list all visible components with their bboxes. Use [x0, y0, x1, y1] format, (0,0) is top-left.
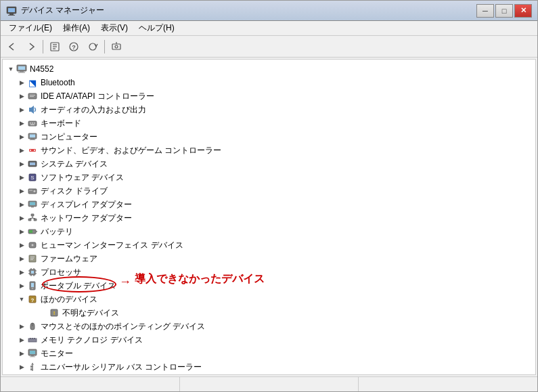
tree-item-other[interactable]: ? ほかのデバイス — [3, 292, 535, 306]
memory-label: メモリ テクノロジ デバイス — [41, 334, 143, 346]
expand-computer[interactable] — [16, 131, 27, 142]
expand-usb[interactable] — [16, 362, 27, 372]
expand-sound[interactable] — [16, 145, 27, 156]
sound-icon — [27, 145, 38, 156]
svg-rect-69 — [31, 283, 34, 287]
expand-other[interactable] — [16, 294, 27, 305]
tree-item-software[interactable]: S ソフトウェア デバイス — [3, 171, 535, 184]
tree-item-monitor[interactable]: モニター — [3, 347, 535, 360]
svg-point-38 — [34, 190, 36, 192]
battery-icon — [27, 226, 38, 237]
usb-label: ユニバーサル シリアル バス コントローラー — [41, 362, 202, 373]
title-bar: デバイス マネージャー ─ □ ✕ — [1, 1, 537, 21]
back-button[interactable] — [3, 38, 21, 56]
help-button[interactable]: ? — [65, 38, 83, 56]
firmware-label: ファームウェア — [41, 253, 97, 265]
tree-item-battery[interactable]: バッテリ — [3, 225, 535, 238]
close-button[interactable]: ✕ — [514, 4, 532, 18]
svg-rect-78 — [32, 338, 33, 339]
tree-item-system[interactable]: システム デバイス — [3, 157, 535, 171]
other-label: ほかのデバイス — [41, 294, 97, 305]
expand-system[interactable] — [16, 158, 27, 169]
scan-button[interactable] — [108, 38, 125, 56]
menu-view[interactable]: 表示(V) — [95, 21, 133, 35]
tree-item-unknown[interactable]: ! 不明なデバイス — [3, 306, 535, 320]
maximize-button[interactable]: □ — [495, 4, 513, 18]
tree-item-bluetooth[interactable]: ⬔ Bluetooth — [3, 76, 535, 89]
tree-item-root[interactable]: N4552 — [3, 62, 535, 76]
tree-item-processor[interactable]: プロセッサ — [3, 265, 535, 279]
portable-icon — [27, 280, 38, 291]
svg-rect-25 — [30, 125, 35, 126]
svg-point-11 — [115, 45, 118, 48]
menu-help[interactable]: ヘルプ(H) — [133, 21, 180, 35]
expand-keyboard[interactable] — [16, 118, 27, 129]
expand-processor[interactable] — [16, 267, 27, 278]
expand-software[interactable] — [16, 172, 27, 183]
tree-item-usb[interactable]: ユニバーサル シリアル バス コントローラー — [3, 360, 535, 374]
expand-root[interactable] — [5, 64, 16, 74]
update-button[interactable] — [84, 38, 102, 56]
tree-item-computer[interactable]: コンピューター — [3, 130, 535, 144]
tree-item-portable[interactable]: ポータブル デバイス — [3, 279, 535, 292]
expand-disk[interactable] — [16, 186, 27, 196]
disk-icon — [27, 186, 38, 196]
svg-rect-15 — [20, 71, 24, 72]
bluetooth-icon: ⬔ — [27, 77, 38, 88]
expand-mouse[interactable] — [16, 321, 27, 332]
toolbar-separator-2 — [104, 40, 105, 53]
menu-action[interactable]: 操作(A) — [58, 21, 95, 35]
toolbar-separator-1 — [43, 40, 43, 53]
sound-label: サウンド、ビデオ、およびゲーム コントローラー — [41, 145, 221, 156]
tree-item-ide[interactable]: IDE ATA/ATAPI コントローラー — [3, 89, 535, 103]
expand-portable[interactable] — [16, 280, 27, 291]
expand-network[interactable] — [16, 213, 27, 223]
svg-rect-24 — [34, 123, 35, 124]
minimize-button[interactable]: ─ — [476, 4, 494, 18]
bluetooth-label: Bluetooth — [41, 78, 75, 87]
tree-item-print[interactable]: 印刷キュー — [3, 374, 535, 375]
status-bar — [1, 376, 537, 391]
device-tree[interactable]: N4552 ⬔ Bluetooth IDE ATA/ATAPI コントローラー — [2, 59, 536, 375]
expand-memory[interactable] — [16, 334, 27, 345]
tree-item-mouse[interactable]: マウスとそのほかのポインティング デバイス — [3, 320, 535, 333]
expand-battery[interactable] — [16, 226, 27, 237]
svg-rect-50 — [36, 231, 37, 232]
tree-item-sound[interactable]: サウンド、ビデオ、およびゲーム コントローラー — [3, 144, 535, 157]
forward-button[interactable] — [22, 38, 40, 56]
tree-item-display[interactable]: ディスプレイ アダプター — [3, 198, 535, 211]
ide-icon — [27, 91, 38, 102]
expand-bluetooth[interactable] — [16, 77, 27, 88]
expand-ide[interactable] — [16, 91, 27, 102]
expand-firmware[interactable] — [16, 253, 27, 264]
computer-label: コンピューター — [41, 131, 97, 143]
svg-line-48 — [32, 218, 35, 219]
expand-display[interactable] — [16, 199, 27, 210]
expand-audio[interactable] — [16, 104, 27, 115]
svg-rect-83 — [30, 357, 35, 357]
svg-rect-23 — [32, 123, 33, 124]
tree-item-audio[interactable]: オーディオの入力および出力 — [3, 103, 535, 116]
svg-rect-45 — [34, 219, 37, 221]
tree-item-disk[interactable]: ディスク ドライブ — [3, 184, 535, 198]
mouse-icon — [27, 321, 38, 332]
expand-hid[interactable] — [16, 240, 27, 251]
computer-icon — [16, 64, 27, 74]
svg-rect-16 — [18, 72, 25, 73]
svg-rect-59 — [31, 271, 34, 274]
menu-file[interactable]: ファイル(E) — [3, 21, 58, 35]
svg-rect-81 — [30, 351, 35, 354]
tree-item-keyboard[interactable]: キーボード — [3, 116, 535, 130]
svg-rect-87 — [30, 368, 33, 370]
tree-item-network[interactable]: ネットワーク アダプター — [3, 211, 535, 225]
tree-item-memory[interactable]: メモリ テクノロジ デバイス — [3, 333, 535, 347]
unknown-label: 不明なデバイス — [62, 307, 119, 319]
tree-item-firmware[interactable]: ファームウェア — [3, 252, 535, 265]
svg-rect-22 — [30, 123, 31, 124]
svg-rect-56 — [30, 258, 34, 259]
properties-button[interactable] — [46, 38, 64, 56]
network-label: ネットワーク アダプター — [41, 213, 132, 224]
portable-label: ポータブル デバイス — [41, 280, 116, 292]
tree-item-hid[interactable]: ヒューマン インターフェイス デバイス — [3, 238, 535, 252]
expand-monitor[interactable] — [16, 348, 27, 359]
